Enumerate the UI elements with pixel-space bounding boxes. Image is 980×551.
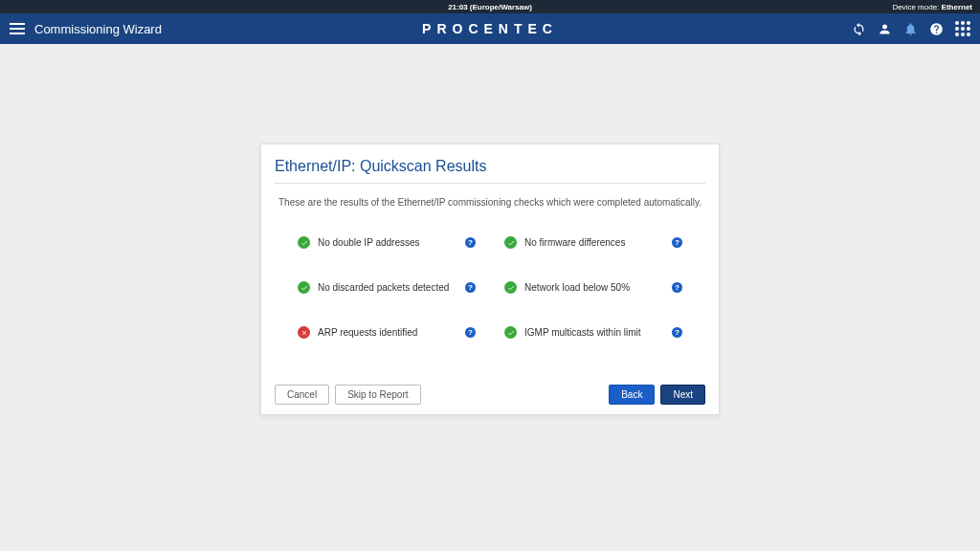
cross-icon (298, 326, 310, 339)
result-label: No firmware differences (524, 237, 664, 248)
results-grid: No double IP addresses?No firmware diffe… (275, 236, 705, 339)
help-icon[interactable] (929, 22, 944, 36)
cancel-button[interactable]: Cancel (275, 385, 329, 405)
result-label: ARP requests identified (318, 327, 457, 338)
user-icon[interactable] (878, 22, 892, 36)
top-status-bar: 21:03 (Europe/Warsaw) Device mode: Ether… (0, 0, 980, 13)
help-icon[interactable]: ? (672, 327, 682, 338)
result-item: IGMP multicasts within limit? (504, 326, 682, 339)
apps-icon[interactable] (955, 21, 970, 36)
help-icon[interactable]: ? (672, 237, 682, 248)
card-description: These are the results of the Ethernet/IP… (275, 197, 705, 208)
result-item: No firmware differences? (504, 236, 682, 249)
bell-icon[interactable] (903, 22, 918, 36)
check-icon (504, 326, 517, 339)
menu-icon[interactable] (10, 23, 25, 34)
check-icon (298, 281, 310, 294)
result-label: No discarded packets detected (318, 282, 457, 293)
time-label: 21:03 (Europe/Warsaw) (448, 3, 532, 11)
result-item: ARP requests identified? (298, 326, 476, 339)
check-icon (504, 236, 517, 249)
help-icon[interactable]: ? (672, 282, 682, 293)
quickscan-card: Ethernet/IP: Quickscan Results These are… (260, 143, 720, 415)
next-button[interactable]: Next (660, 385, 705, 405)
result-item: No discarded packets detected? (298, 281, 476, 294)
refresh-icon[interactable] (852, 22, 866, 36)
help-icon[interactable]: ? (465, 327, 476, 338)
check-icon (504, 281, 517, 294)
help-icon[interactable]: ? (465, 237, 476, 248)
result-label: IGMP multicasts within limit (524, 327, 664, 338)
logo: PROCENTEC (422, 21, 558, 36)
help-icon[interactable]: ? (465, 282, 476, 293)
device-mode: Device mode: Ethernet (892, 3, 972, 11)
skip-button[interactable]: Skip to Report (335, 385, 420, 405)
card-footer: Cancel Skip to Report Back Next (275, 377, 705, 405)
card-title: Ethernet/IP: Quickscan Results (275, 158, 705, 184)
result-item: Network load below 50%? (504, 281, 682, 294)
app-header: Commissioning Wizard PROCENTEC (0, 13, 980, 44)
back-button[interactable]: Back (609, 385, 655, 405)
page-title: Commissioning Wizard (34, 22, 162, 36)
content-area: Ethernet/IP: Quickscan Results These are… (0, 44, 980, 415)
header-icons (852, 21, 970, 36)
result-label: No double IP addresses (318, 237, 457, 248)
check-icon (298, 236, 310, 249)
result-item: No double IP addresses? (298, 236, 476, 249)
result-label: Network load below 50% (524, 282, 664, 293)
